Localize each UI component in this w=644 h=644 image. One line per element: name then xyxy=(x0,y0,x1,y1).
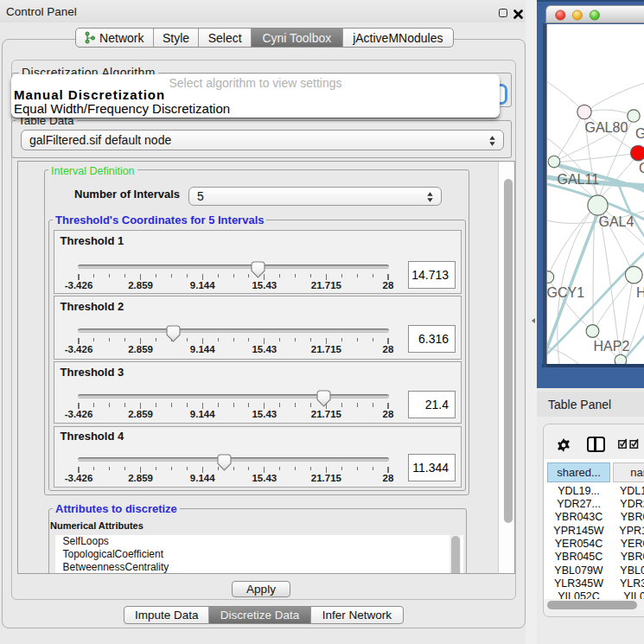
svg-text:GAL.: GAL. xyxy=(635,126,644,141)
svg-text:CY: CY xyxy=(639,161,644,175)
svg-text:GAL11: GAL11 xyxy=(558,172,600,187)
svg-text:GAL80: GAL80 xyxy=(585,120,628,135)
svg-text:HAP2: HAP2 xyxy=(594,339,630,354)
svg-text:GCY1: GCY1 xyxy=(547,285,584,300)
svg-text:HIS4: HIS4 xyxy=(636,285,644,300)
svg-text:GAL4: GAL4 xyxy=(599,214,634,229)
